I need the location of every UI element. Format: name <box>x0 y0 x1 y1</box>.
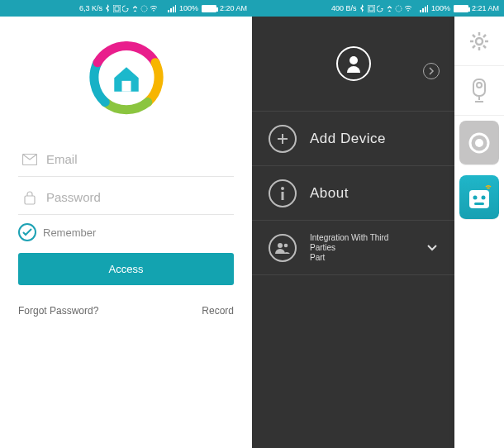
integration-line1: Integration With Third Parties <box>310 233 413 253</box>
svg-rect-5 <box>25 196 35 204</box>
camera-button[interactable] <box>454 66 504 116</box>
plus-icon <box>269 125 297 153</box>
robot-button[interactable] <box>459 175 499 220</box>
menu-label: About <box>310 185 349 202</box>
svg-point-13 <box>476 38 483 45</box>
status-bar-right: 400 B/s 100% 2:21 AM <box>252 0 504 17</box>
info-icon <box>269 179 297 207</box>
svg-rect-3 <box>121 81 131 92</box>
menu-label-group: Integration With Third Parties Part <box>310 233 413 263</box>
menu-screen: 400 B/s 100% 2:21 AM <box>252 0 504 448</box>
svg-point-12 <box>284 243 288 247</box>
status-icons <box>105 4 158 12</box>
svg-point-17 <box>475 139 483 147</box>
app-logo <box>18 41 234 117</box>
login-screen: 6,3 K/s 100% 2:20 AM <box>0 0 252 448</box>
password-field[interactable] <box>41 187 234 207</box>
remember-checkbox[interactable] <box>18 223 36 241</box>
battery-pct: 100% <box>179 4 198 12</box>
people-icon <box>269 234 297 262</box>
status-bar-left: 6,3 K/s 100% 2:20 AM <box>0 0 252 17</box>
settings-button[interactable] <box>454 17 504 66</box>
net-speed: 400 B/s <box>331 4 357 12</box>
login-body: Remember Access Forgot Password? Record <box>0 17 252 448</box>
clock: 2:21 AM <box>472 4 499 12</box>
remember-label: Remember <box>43 226 96 239</box>
record-link[interactable]: Record <box>202 305 234 317</box>
camera-icon <box>470 79 488 103</box>
side-strip <box>454 17 504 448</box>
svg-point-11 <box>278 243 283 248</box>
svg-rect-10 <box>282 192 284 200</box>
profile-next-icon[interactable] <box>423 63 440 79</box>
svg-point-7 <box>395 5 401 11</box>
battery-icon <box>454 5 468 12</box>
access-button[interactable]: Access <box>18 253 234 285</box>
profile-section <box>252 17 454 112</box>
email-field[interactable] <box>41 149 234 169</box>
svg-rect-21 <box>474 203 484 205</box>
integration-line2: Part <box>310 253 413 263</box>
svg-rect-0 <box>113 5 121 12</box>
battery-icon <box>202 5 216 12</box>
menu-about[interactable]: About <box>252 166 454 221</box>
menu-integration[interactable]: Integration With Third Parties Part <box>252 221 454 275</box>
clock: 2:20 AM <box>220 4 247 12</box>
email-row <box>18 142 234 177</box>
svg-point-19 <box>473 195 478 199</box>
svg-point-15 <box>477 83 482 88</box>
lens-button[interactable] <box>459 121 499 165</box>
remember-row: Remember <box>18 223 234 241</box>
avatar-icon[interactable] <box>336 46 371 81</box>
mail-icon <box>18 154 41 165</box>
svg-point-20 <box>482 195 486 199</box>
lock-icon <box>18 190 41 205</box>
svg-rect-6 <box>368 5 375 12</box>
drawer-panel: Add Device About Integration With Third … <box>252 17 454 448</box>
menu-label: Add Device <box>310 131 386 147</box>
lens-icon <box>467 131 492 155</box>
svg-point-9 <box>281 187 284 190</box>
password-row <box>18 180 234 215</box>
status-icons <box>359 4 412 12</box>
svg-rect-18 <box>469 190 489 208</box>
signal-icon <box>420 5 428 12</box>
menu-add-device[interactable]: Add Device <box>252 112 454 166</box>
net-speed: 6,3 K/s <box>79 4 102 12</box>
battery-pct: 100% <box>431 4 450 12</box>
robot-icon <box>466 183 492 212</box>
forgot-password-link[interactable]: Forgot Password? <box>18 305 98 317</box>
svg-point-8 <box>349 56 358 64</box>
gear-icon <box>468 31 490 52</box>
signal-icon <box>168 5 176 12</box>
svg-point-1 <box>141 5 147 11</box>
chevron-down-icon <box>426 241 438 255</box>
